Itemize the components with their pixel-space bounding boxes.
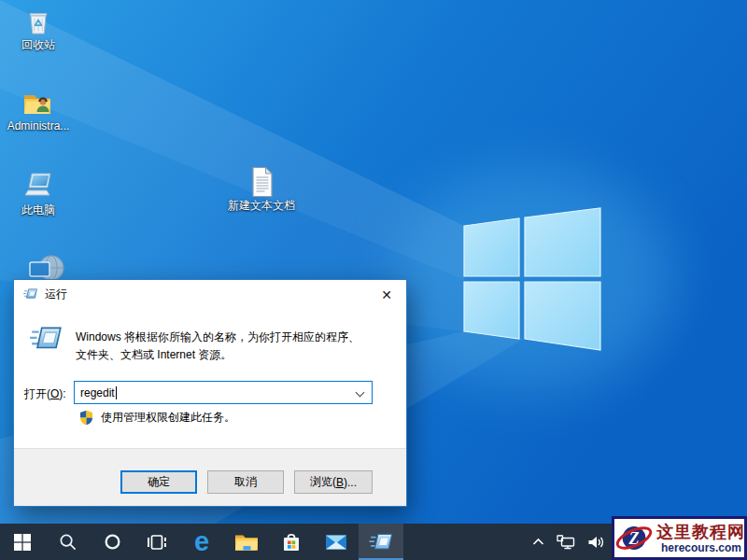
text-caret bbox=[116, 386, 117, 399]
run-dialog-footer: 确定 取消 浏览(B)... bbox=[14, 448, 406, 506]
watermark-logo-icon: Z bbox=[615, 519, 655, 557]
desktop-icon-admin-folder[interactable]: Administra... bbox=[3, 89, 74, 133]
watermark-text: 这里教程网 herecours.com bbox=[656, 523, 745, 554]
this-pc-icon bbox=[21, 171, 56, 203]
open-input[interactable]: regedit bbox=[74, 381, 373, 404]
volume-icon bbox=[587, 535, 605, 550]
dropdown-chevron-icon[interactable] bbox=[356, 388, 365, 398]
admin-note-text: 使用管理权限创建此任务。 bbox=[101, 410, 235, 426]
description-line-1: Windows 将根据你所输入的名称，为你打开相应的程序、 bbox=[76, 329, 398, 346]
run-dialog-title-icon bbox=[22, 287, 38, 301]
run-dialog: 运行 ✕ Windows 将根据你所输入的名称，为你打开相应的程序、 文件夹、文… bbox=[13, 279, 407, 507]
edge-button[interactable]: e bbox=[179, 524, 224, 560]
text-document-icon bbox=[247, 166, 275, 198]
watermark: Z 这里教程网 herecours.com bbox=[612, 516, 747, 560]
admin-note-row: 使用管理权限创建此任务。 bbox=[79, 410, 235, 426]
desktop-icon-network[interactable] bbox=[26, 250, 69, 279]
desktop: 回收站 Administra... 此电脑 新建文本文档 bbox=[0, 0, 747, 560]
watermark-site-name: 这里教程网 bbox=[656, 523, 745, 541]
run-app-taskbar-button[interactable] bbox=[359, 524, 403, 560]
task-view-icon bbox=[147, 534, 167, 551]
run-dialog-description: Windows 将根据你所输入的名称，为你打开相应的程序、 文件夹、文档或 In… bbox=[76, 329, 398, 364]
file-explorer-icon bbox=[234, 532, 259, 552]
cortana-icon bbox=[104, 533, 121, 551]
store-icon bbox=[281, 531, 302, 553]
cortana-button[interactable] bbox=[90, 524, 134, 560]
mail-button[interactable] bbox=[314, 524, 359, 560]
close-icon: ✕ bbox=[381, 287, 392, 302]
desktop-icon-label: 回收站 bbox=[21, 39, 55, 51]
ok-button[interactable]: 确定 bbox=[120, 470, 197, 494]
tray-volume-button[interactable] bbox=[587, 535, 605, 550]
run-dialog-body-icon bbox=[28, 324, 63, 354]
desktop-icon-label: 新建文本文档 bbox=[228, 200, 295, 212]
desktop-icon-new-text-doc[interactable]: 新建文本文档 bbox=[224, 166, 299, 212]
desktop-icon-label: 此电脑 bbox=[21, 204, 55, 217]
run-dialog-titlebar[interactable]: 运行 ✕ bbox=[14, 280, 406, 308]
user-folder-icon bbox=[22, 89, 54, 119]
store-button[interactable] bbox=[269, 524, 314, 560]
open-field-label: 打开(O): bbox=[24, 386, 66, 402]
tray-chevron-button[interactable] bbox=[532, 538, 544, 546]
windows-start-icon bbox=[14, 534, 31, 551]
svg-text:e: e bbox=[194, 529, 209, 555]
search-button[interactable] bbox=[45, 524, 90, 560]
browse-button[interactable]: 浏览(B)... bbox=[294, 470, 373, 494]
watermark-site-domain: herecours.com bbox=[661, 541, 745, 554]
run-dialog-title: 运行 bbox=[45, 287, 67, 302]
edge-icon: e bbox=[190, 529, 214, 555]
desktop-icon-recycle-bin[interactable]: 回收站 bbox=[3, 6, 74, 51]
file-explorer-button[interactable] bbox=[224, 524, 269, 560]
tray-network-button[interactable] bbox=[557, 535, 575, 550]
network-status-icon bbox=[557, 535, 575, 550]
open-input-value: regedit bbox=[80, 386, 115, 399]
task-view-button[interactable] bbox=[134, 524, 179, 560]
desktop-icon-label: Administra... bbox=[7, 120, 70, 133]
mail-icon bbox=[325, 534, 347, 551]
description-line-2: 文件夹、文档或 Internet 资源。 bbox=[76, 346, 398, 364]
uac-shield-icon bbox=[79, 410, 93, 426]
start-button[interactable] bbox=[0, 524, 45, 560]
cancel-button[interactable]: 取消 bbox=[207, 470, 284, 494]
run-app-icon bbox=[368, 531, 394, 553]
chevron-up-icon bbox=[532, 538, 544, 546]
recycle-bin-icon bbox=[22, 6, 54, 37]
network-icon bbox=[26, 250, 69, 279]
search-icon bbox=[59, 533, 77, 551]
desktop-icon-this-pc[interactable]: 此电脑 bbox=[3, 171, 74, 217]
close-button[interactable]: ✕ bbox=[374, 285, 400, 304]
